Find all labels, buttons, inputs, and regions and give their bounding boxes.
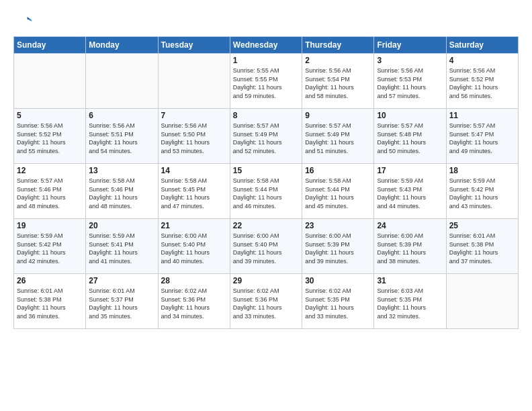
- calendar-cell: 24Sunrise: 6:00 AM Sunset: 5:39 PM Dayli…: [374, 219, 446, 274]
- day-number: 7: [161, 111, 227, 120]
- day-number: 3: [377, 56, 443, 65]
- calendar-table: SundayMondayTuesdayWednesdayThursdayFrid…: [13, 36, 519, 329]
- calendar-cell: 1Sunrise: 5:55 AM Sunset: 5:55 PM Daylig…: [230, 54, 302, 109]
- calendar-cell: 17Sunrise: 5:59 AM Sunset: 5:43 PM Dayli…: [374, 164, 446, 219]
- day-number: 16: [305, 166, 371, 175]
- day-number: 22: [233, 221, 299, 230]
- day-number: 4: [449, 56, 515, 65]
- cell-info: Sunrise: 5:58 AM Sunset: 5:44 PM Dayligh…: [233, 177, 299, 210]
- cell-info: Sunrise: 6:02 AM Sunset: 5:36 PM Dayligh…: [233, 287, 299, 320]
- cell-info: Sunrise: 5:55 AM Sunset: 5:55 PM Dayligh…: [233, 66, 299, 100]
- col-header-tuesday: Tuesday: [158, 37, 230, 54]
- day-number: 1: [233, 56, 299, 65]
- day-number: 28: [161, 276, 227, 285]
- day-number: 20: [89, 221, 154, 230]
- header: [13, 12, 519, 31]
- day-number: 23: [305, 221, 371, 230]
- calendar-cell: [446, 274, 518, 329]
- cell-info: Sunrise: 5:57 AM Sunset: 5:46 PM Dayligh…: [17, 177, 83, 210]
- calendar-cell: [86, 54, 158, 109]
- calendar-cell: 26Sunrise: 6:01 AM Sunset: 5:38 PM Dayli…: [14, 274, 86, 329]
- day-number: 2: [305, 56, 371, 65]
- cell-info: Sunrise: 5:57 AM Sunset: 5:48 PM Dayligh…: [377, 122, 443, 155]
- cell-info: Sunrise: 6:00 AM Sunset: 5:40 PM Dayligh…: [233, 232, 299, 265]
- calendar-cell: 27Sunrise: 6:01 AM Sunset: 5:37 PM Dayli…: [86, 274, 158, 329]
- cell-info: Sunrise: 5:57 AM Sunset: 5:49 PM Dayligh…: [233, 122, 299, 155]
- day-number: 29: [233, 276, 299, 285]
- col-header-friday: Friday: [374, 37, 446, 54]
- cell-info: Sunrise: 6:03 AM Sunset: 5:35 PM Dayligh…: [377, 287, 443, 320]
- calendar-cell: 18Sunrise: 5:59 AM Sunset: 5:42 PM Dayli…: [446, 164, 518, 219]
- calendar-cell: 30Sunrise: 6:02 AM Sunset: 5:35 PM Dayli…: [302, 274, 374, 329]
- cell-info: Sunrise: 5:56 AM Sunset: 5:52 PM Dayligh…: [17, 122, 83, 155]
- day-number: 21: [161, 221, 227, 230]
- col-header-monday: Monday: [86, 37, 158, 54]
- cell-info: Sunrise: 5:58 AM Sunset: 5:44 PM Dayligh…: [305, 177, 371, 210]
- calendar-cell: 12Sunrise: 5:57 AM Sunset: 5:46 PM Dayli…: [14, 164, 86, 219]
- calendar-cell: 2Sunrise: 5:56 AM Sunset: 5:54 PM Daylig…: [302, 54, 374, 109]
- day-number: 6: [89, 111, 154, 120]
- day-number: 14: [161, 166, 227, 175]
- day-number: 15: [233, 166, 299, 175]
- cell-info: Sunrise: 5:59 AM Sunset: 5:41 PM Dayligh…: [89, 232, 154, 265]
- day-number: 8: [233, 111, 299, 120]
- cell-info: Sunrise: 6:01 AM Sunset: 5:38 PM Dayligh…: [449, 232, 515, 265]
- day-number: 18: [449, 166, 515, 175]
- calendar-cell: 28Sunrise: 6:02 AM Sunset: 5:36 PM Dayli…: [158, 274, 230, 329]
- cell-info: Sunrise: 5:57 AM Sunset: 5:47 PM Dayligh…: [449, 122, 515, 155]
- calendar-cell: 4Sunrise: 5:56 AM Sunset: 5:52 PM Daylig…: [446, 54, 518, 109]
- cell-info: Sunrise: 6:01 AM Sunset: 5:37 PM Dayligh…: [89, 287, 154, 320]
- logo-icon: [13, 12, 32, 31]
- calendar-cell: [14, 54, 86, 109]
- calendar-cell: 21Sunrise: 6:00 AM Sunset: 5:40 PM Dayli…: [158, 219, 230, 274]
- calendar-cell: 22Sunrise: 6:00 AM Sunset: 5:40 PM Dayli…: [230, 219, 302, 274]
- cell-info: Sunrise: 6:02 AM Sunset: 5:35 PM Dayligh…: [305, 287, 371, 320]
- day-number: 11: [449, 111, 515, 120]
- calendar-cell: 7Sunrise: 5:56 AM Sunset: 5:50 PM Daylig…: [158, 109, 230, 164]
- col-header-sunday: Sunday: [14, 37, 86, 54]
- cell-info: Sunrise: 6:00 AM Sunset: 5:40 PM Dayligh…: [161, 232, 227, 265]
- calendar-cell: 23Sunrise: 6:00 AM Sunset: 5:39 PM Dayli…: [302, 219, 374, 274]
- cell-info: Sunrise: 6:02 AM Sunset: 5:36 PM Dayligh…: [161, 287, 227, 320]
- day-number: 17: [377, 166, 443, 175]
- calendar-cell: 3Sunrise: 5:56 AM Sunset: 5:53 PM Daylig…: [374, 54, 446, 109]
- cell-info: Sunrise: 5:58 AM Sunset: 5:45 PM Dayligh…: [161, 177, 227, 210]
- calendar-cell: 9Sunrise: 5:57 AM Sunset: 5:49 PM Daylig…: [302, 109, 374, 164]
- day-number: 27: [89, 276, 154, 285]
- calendar-cell: 15Sunrise: 5:58 AM Sunset: 5:44 PM Dayli…: [230, 164, 302, 219]
- calendar-cell: 13Sunrise: 5:58 AM Sunset: 5:46 PM Dayli…: [86, 164, 158, 219]
- calendar-cell: 6Sunrise: 5:56 AM Sunset: 5:51 PM Daylig…: [86, 109, 158, 164]
- col-header-thursday: Thursday: [302, 37, 374, 54]
- day-number: 5: [17, 111, 83, 120]
- calendar-cell: 8Sunrise: 5:57 AM Sunset: 5:49 PM Daylig…: [230, 109, 302, 164]
- day-number: 9: [305, 111, 371, 120]
- calendar-cell: 10Sunrise: 5:57 AM Sunset: 5:48 PM Dayli…: [374, 109, 446, 164]
- calendar-cell: 11Sunrise: 5:57 AM Sunset: 5:47 PM Dayli…: [446, 109, 518, 164]
- calendar-cell: 25Sunrise: 6:01 AM Sunset: 5:38 PM Dayli…: [446, 219, 518, 274]
- calendar-cell: 5Sunrise: 5:56 AM Sunset: 5:52 PM Daylig…: [14, 109, 86, 164]
- calendar-cell: 16Sunrise: 5:58 AM Sunset: 5:44 PM Dayli…: [302, 164, 374, 219]
- cell-info: Sunrise: 6:00 AM Sunset: 5:39 PM Dayligh…: [305, 232, 371, 265]
- logo: [13, 12, 35, 31]
- col-header-saturday: Saturday: [446, 37, 518, 54]
- day-number: 12: [17, 166, 83, 175]
- cell-info: Sunrise: 5:56 AM Sunset: 5:50 PM Dayligh…: [161, 122, 227, 155]
- cell-info: Sunrise: 5:58 AM Sunset: 5:46 PM Dayligh…: [89, 177, 154, 210]
- page: SundayMondayTuesdayWednesdayThursdayFrid…: [0, 0, 532, 411]
- day-number: 10: [377, 111, 443, 120]
- calendar-cell: 14Sunrise: 5:58 AM Sunset: 5:45 PM Dayli…: [158, 164, 230, 219]
- cell-info: Sunrise: 6:00 AM Sunset: 5:39 PM Dayligh…: [377, 232, 443, 265]
- day-number: 30: [305, 276, 371, 285]
- day-number: 31: [377, 276, 443, 285]
- cell-info: Sunrise: 5:56 AM Sunset: 5:52 PM Dayligh…: [449, 66, 515, 100]
- calendar-cell: 20Sunrise: 5:59 AM Sunset: 5:41 PM Dayli…: [86, 219, 158, 274]
- cell-info: Sunrise: 6:01 AM Sunset: 5:38 PM Dayligh…: [17, 287, 83, 320]
- cell-info: Sunrise: 5:56 AM Sunset: 5:54 PM Dayligh…: [305, 66, 371, 100]
- cell-info: Sunrise: 5:56 AM Sunset: 5:53 PM Dayligh…: [377, 66, 443, 100]
- day-number: 26: [17, 276, 83, 285]
- calendar-cell: [158, 54, 230, 109]
- day-number: 19: [17, 221, 83, 230]
- cell-info: Sunrise: 5:56 AM Sunset: 5:51 PM Dayligh…: [89, 122, 154, 155]
- cell-info: Sunrise: 5:59 AM Sunset: 5:42 PM Dayligh…: [17, 232, 83, 265]
- cell-info: Sunrise: 5:57 AM Sunset: 5:49 PM Dayligh…: [305, 122, 371, 155]
